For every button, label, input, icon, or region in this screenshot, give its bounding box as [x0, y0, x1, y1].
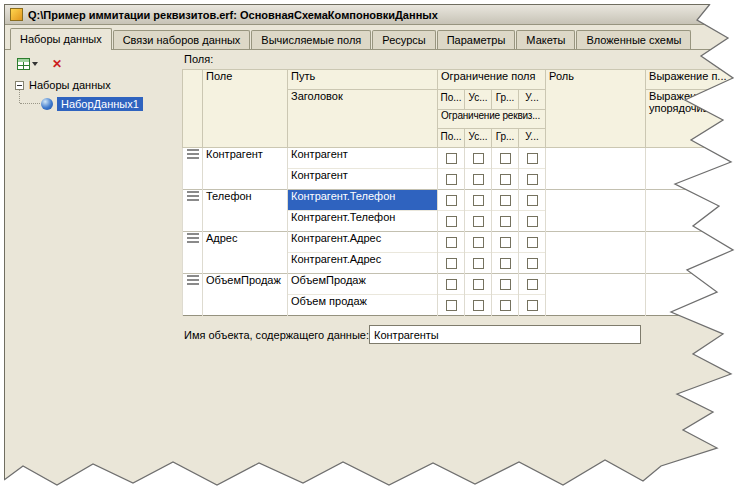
checkbox[interactable] — [500, 195, 511, 206]
checkbox[interactable] — [527, 300, 538, 311]
field-icon — [187, 191, 199, 201]
checkbox[interactable] — [473, 279, 484, 290]
checkbox[interactable] — [446, 195, 457, 206]
table-add-icon — [17, 58, 30, 70]
dropdown-arrow-icon — [32, 62, 38, 66]
tab-vlozhennye-skhemy[interactable]: Вложенные схемы — [576, 30, 691, 49]
cell-path[interactable]: ОбъемПродаж — [288, 274, 438, 295]
tab-svyazi-naborov-dannykh[interactable]: Связи наборов данных — [113, 30, 251, 49]
checkbox[interactable] — [446, 216, 457, 227]
col-header-field: Поле — [203, 70, 288, 148]
col-header-cb-uporyad: У... — [519, 90, 546, 110]
col-header-attr-restriction: Ограничение реквиз... — [438, 110, 546, 129]
col-header-icon — [183, 70, 203, 148]
cell-path-selected[interactable]: Контрагент.Телефон — [288, 190, 438, 211]
cell-expression[interactable] — [646, 190, 737, 232]
cell-expression[interactable] — [646, 274, 737, 316]
field-icon — [187, 149, 199, 159]
cell-title[interactable]: Объем продаж — [288, 295, 438, 316]
checkbox[interactable] — [527, 237, 538, 248]
checkbox[interactable] — [446, 237, 457, 248]
add-dataset-button[interactable] — [13, 53, 42, 75]
checkbox[interactable] — [473, 153, 484, 164]
checkbox[interactable] — [446, 279, 457, 290]
tree-item-nabory-dannykh[interactable]: Наборы данных — [15, 79, 111, 91]
cell-role[interactable] — [546, 148, 646, 190]
checkbox[interactable] — [446, 153, 457, 164]
cell-expression[interactable] — [646, 148, 737, 190]
col-header-expression: Выражение п... — [646, 70, 737, 90]
cell-field[interactable]: Контрагент — [203, 148, 288, 190]
cell-field[interactable]: ОбъемПродаж — [203, 274, 288, 316]
field-icon — [187, 275, 199, 285]
checkbox[interactable] — [500, 237, 511, 248]
collapse-expander-icon[interactable] — [15, 81, 24, 90]
cell-expression[interactable] — [646, 232, 737, 274]
delete-x-icon: ✕ — [52, 58, 62, 70]
field-row: Адрес Контрагент.Адрес — [183, 232, 737, 253]
delete-dataset-button[interactable]: ✕ — [48, 53, 66, 75]
col-header-field-restriction: Ограничение поля — [438, 70, 546, 90]
fields-table: Поле Путь Ограничение поля Роль Выражени… — [182, 69, 737, 316]
checkbox[interactable] — [446, 300, 457, 311]
tree-connector-line — [20, 103, 40, 104]
col-header-cb-uporyad: У... — [519, 129, 546, 148]
checkbox[interactable] — [473, 300, 484, 311]
cell-title[interactable]: Контрагент.Адрес — [288, 253, 438, 274]
tree-child-label: НаборДанных1 — [57, 97, 143, 111]
tab-makety[interactable]: Макеты — [516, 30, 575, 49]
checkbox[interactable] — [527, 216, 538, 227]
cell-role[interactable] — [546, 274, 646, 316]
checkbox[interactable] — [500, 216, 511, 227]
title-bar: Q:\Пример иммитации реквизитов.erf: Осно… — [5, 5, 732, 25]
tab-strip: Наборы данных Связи наборов данных Вычис… — [5, 25, 732, 49]
object-name-input[interactable] — [369, 325, 641, 344]
fields-label: Поля: — [184, 53, 213, 65]
checkbox[interactable] — [500, 153, 511, 164]
checkbox[interactable] — [473, 174, 484, 185]
field-row: Контрагент Контрагент — [183, 148, 737, 169]
checkbox[interactable] — [527, 195, 538, 206]
checkbox[interactable] — [527, 174, 538, 185]
cell-field[interactable]: Адрес — [203, 232, 288, 274]
tree-connector-line — [19, 90, 20, 103]
col-header-cb-gruppa: Гр... — [492, 90, 519, 110]
window-title: Q:\Пример иммитации реквизитов.erf: Осно… — [28, 9, 438, 21]
cell-role[interactable] — [546, 190, 646, 232]
tab-nabory-dannykh[interactable]: Наборы данных — [10, 28, 112, 50]
cell-path[interactable]: Контрагент — [288, 148, 438, 169]
col-header-cb-pole: По... — [438, 129, 465, 148]
checkbox[interactable] — [473, 237, 484, 248]
tab-resursy[interactable]: Ресурсы — [372, 30, 435, 49]
object-name-label: Имя объекта, содержащего данные: — [184, 329, 369, 341]
checkbox[interactable] — [500, 258, 511, 269]
tree-item-nabordannykh1[interactable]: НаборДанных1 — [41, 97, 143, 111]
checkbox[interactable] — [500, 300, 511, 311]
col-header-expression-sub: Выражения упорядочива... — [646, 90, 737, 148]
tab-parametry[interactable]: Параметры — [437, 30, 516, 49]
col-header-cb-uslovie: Ус... — [465, 90, 492, 110]
app-window: Q:\Пример иммитации реквизитов.erf: Осно… — [4, 4, 733, 489]
checkbox[interactable] — [473, 216, 484, 227]
checkbox[interactable] — [473, 258, 484, 269]
cell-field[interactable]: Телефон — [203, 190, 288, 232]
checkbox[interactable] — [527, 279, 538, 290]
cell-role[interactable] — [546, 232, 646, 274]
checkbox[interactable] — [527, 258, 538, 269]
col-header-path: Путь — [288, 70, 438, 90]
field-icon-cell — [183, 274, 203, 316]
page: Q:\Пример иммитации реквизитов.erf: Осно… — [0, 0, 737, 493]
checkbox[interactable] — [527, 153, 538, 164]
col-header-cb-uslovie: Ус... — [465, 129, 492, 148]
cell-path[interactable]: Контрагент.Адрес — [288, 232, 438, 253]
checkbox[interactable] — [473, 195, 484, 206]
field-row: ОбъемПродаж ОбъемПродаж — [183, 274, 737, 295]
tab-vychislyaemye-polya[interactable]: Вычисляемые поля — [251, 30, 371, 49]
tree-root-label: Наборы данных — [29, 79, 111, 91]
checkbox[interactable] — [446, 258, 457, 269]
checkbox[interactable] — [500, 279, 511, 290]
checkbox[interactable] — [500, 174, 511, 185]
checkbox[interactable] — [446, 174, 457, 185]
cell-title[interactable]: Контрагент.Телефон — [288, 211, 438, 232]
cell-title[interactable]: Контрагент — [288, 169, 438, 190]
